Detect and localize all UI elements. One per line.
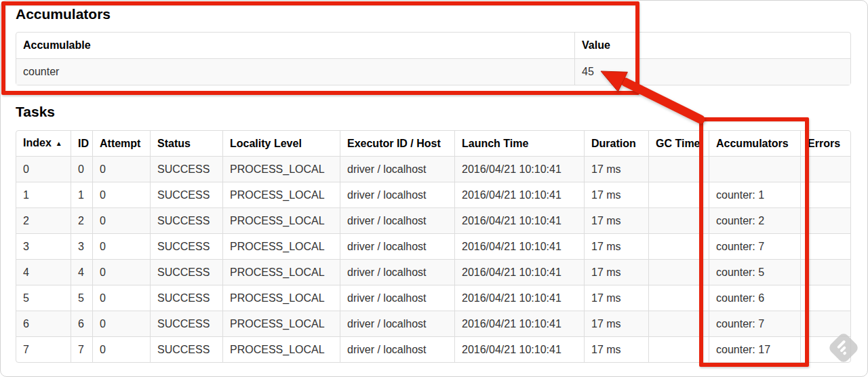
table-cell	[648, 156, 709, 182]
table-cell: 0	[92, 156, 150, 182]
tasks-section-heading: Tasks	[16, 104, 850, 120]
table-cell: 7	[16, 336, 71, 362]
table-cell	[648, 336, 709, 362]
table-cell: 4	[71, 259, 92, 285]
spark-stage-page: Accumulators AccumulableValue counter45 …	[16, 0, 850, 363]
column-header-launch-time[interactable]: Launch Time	[454, 131, 584, 156]
table-row: 660SUCCESSPROCESS_LOCALdriver / localhos…	[16, 311, 850, 336]
table-cell: driver / localhost	[340, 336, 454, 362]
table-cell: 0	[71, 156, 92, 182]
column-header-gc-time[interactable]: GC Time	[648, 131, 709, 156]
table-cell	[800, 259, 850, 285]
table-cell: counter: 7	[709, 311, 800, 336]
table-cell: PROCESS_LOCAL	[222, 156, 340, 182]
table-header-row: Index▲IDAttemptStatusLocality LevelExecu…	[16, 131, 850, 156]
table-cell: 0	[92, 233, 150, 259]
table-cell	[709, 156, 800, 182]
table-cell: 2016/04/21 10:10:41	[454, 311, 584, 336]
table-cell: SUCCESS	[150, 336, 222, 362]
table-row: 000SUCCESSPROCESS_LOCALdriver / localhos…	[16, 156, 850, 182]
table-cell: 0	[92, 259, 150, 285]
table-cell: 17 ms	[584, 207, 648, 233]
table-cell: PROCESS_LOCAL	[222, 182, 340, 207]
table-cell: driver / localhost	[340, 233, 454, 259]
table-cell: 6	[71, 311, 92, 336]
table-cell: driver / localhost	[340, 259, 454, 285]
table-cell: counter: 1	[709, 182, 800, 207]
table-cell: driver / localhost	[340, 156, 454, 182]
table-cell: 17 ms	[584, 336, 648, 362]
table-cell: driver / localhost	[340, 311, 454, 336]
table-cell: SUCCESS	[150, 207, 222, 233]
table-cell: 45	[574, 58, 850, 85]
table-cell: PROCESS_LOCAL	[222, 259, 340, 285]
accumulators-table: AccumulableValue counter45	[16, 32, 851, 85]
table-cell: driver / localhost	[340, 207, 454, 233]
table-cell: counter	[16, 58, 574, 85]
table-cell: 0	[92, 182, 150, 207]
table-cell: 3	[16, 233, 71, 259]
table-cell	[648, 182, 709, 207]
table-cell: 2016/04/21 10:10:41	[454, 233, 584, 259]
table-cell: PROCESS_LOCAL	[222, 207, 340, 233]
table-cell	[800, 182, 850, 207]
column-header-accumulators[interactable]: Accumulators	[709, 131, 800, 156]
table-cell: SUCCESS	[150, 156, 222, 182]
table-cell	[648, 311, 709, 336]
table-row: 220SUCCESSPROCESS_LOCALdriver / localhos…	[16, 207, 850, 233]
column-header-status[interactable]: Status	[150, 131, 222, 156]
table-cell: 1	[71, 182, 92, 207]
column-header-attempt[interactable]: Attempt	[92, 131, 150, 156]
table-cell	[800, 207, 850, 233]
table-cell: 0	[92, 311, 150, 336]
table-cell: PROCESS_LOCAL	[222, 233, 340, 259]
table-cell: 2016/04/21 10:10:41	[454, 207, 584, 233]
table-cell	[800, 285, 850, 311]
table-cell: SUCCESS	[150, 285, 222, 311]
column-header-id[interactable]: ID	[71, 131, 92, 156]
table-cell: driver / localhost	[340, 285, 454, 311]
column-header-accumulable[interactable]: Accumulable	[16, 33, 574, 58]
table-cell: PROCESS_LOCAL	[222, 336, 340, 362]
table-row: counter45	[16, 58, 850, 85]
column-header-errors[interactable]: Errors	[800, 131, 850, 156]
table-cell: counter: 7	[709, 233, 800, 259]
table-cell: 17 ms	[584, 259, 648, 285]
table-cell: 17 ms	[584, 233, 648, 259]
table-cell	[800, 156, 850, 182]
table-row: 770SUCCESSPROCESS_LOCALdriver / localhos…	[16, 336, 850, 362]
table-cell: counter: 5	[709, 259, 800, 285]
table-row: 440SUCCESSPROCESS_LOCALdriver / localhos…	[16, 259, 850, 285]
table-cell: 2016/04/21 10:10:41	[454, 336, 584, 362]
table-cell	[648, 233, 709, 259]
table-cell: SUCCESS	[150, 182, 222, 207]
table-cell: 4	[16, 259, 71, 285]
table-cell: SUCCESS	[150, 259, 222, 285]
table-cell: 17 ms	[584, 156, 648, 182]
table-cell: SUCCESS	[150, 233, 222, 259]
table-cell: counter: 17	[709, 336, 800, 362]
column-header-executor-id-host[interactable]: Executor ID / Host	[340, 131, 454, 156]
table-cell: 3	[71, 233, 92, 259]
table-cell	[800, 233, 850, 259]
table-cell: 5	[16, 285, 71, 311]
table-row: 110SUCCESSPROCESS_LOCALdriver / localhos…	[16, 182, 850, 207]
table-row: 330SUCCESSPROCESS_LOCALdriver / localhos…	[16, 233, 850, 259]
table-cell: 17 ms	[584, 285, 648, 311]
column-header-value[interactable]: Value	[574, 33, 850, 58]
table-cell: PROCESS_LOCAL	[222, 285, 340, 311]
column-header-locality-level[interactable]: Locality Level	[222, 131, 340, 156]
table-cell	[648, 207, 709, 233]
table-cell: 2016/04/21 10:10:41	[454, 285, 584, 311]
column-header-index[interactable]: Index▲	[16, 131, 71, 156]
table-cell: counter: 2	[709, 207, 800, 233]
table-cell: SUCCESS	[150, 311, 222, 336]
table-header-row: AccumulableValue	[16, 33, 850, 58]
table-cell	[800, 311, 850, 336]
table-cell: 0	[16, 156, 71, 182]
table-cell: 5	[71, 285, 92, 311]
tasks-table: Index▲IDAttemptStatusLocality LevelExecu…	[16, 130, 851, 363]
column-header-duration[interactable]: Duration	[584, 131, 648, 156]
table-row: 550SUCCESSPROCESS_LOCALdriver / localhos…	[16, 285, 850, 311]
table-cell: driver / localhost	[340, 182, 454, 207]
